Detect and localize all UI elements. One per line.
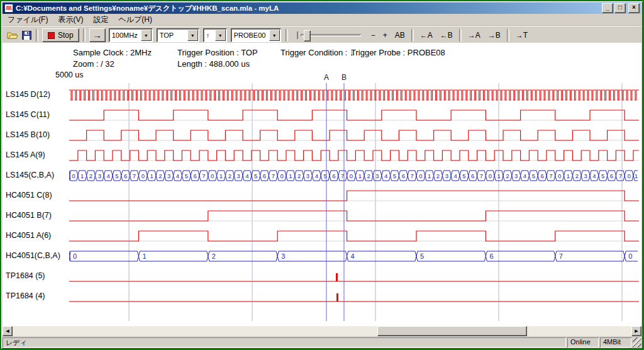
bus-value: 3 xyxy=(98,172,101,179)
bus-value: 6 xyxy=(489,252,493,260)
menu-bar: ファイル(F) 表示(V) 設定 ヘルプ(H) xyxy=(3,14,641,26)
channel-label: LS145 A(9) xyxy=(6,150,45,159)
bus-value: 7 xyxy=(272,172,275,179)
trigger-probe-info: Trigger Probe : PROBE08 xyxy=(351,48,445,57)
cursor-a-label[interactable]: A xyxy=(324,73,329,82)
channel-label: LS145(C,B,A) xyxy=(6,171,54,179)
bus-value: 3 xyxy=(281,252,285,260)
trigger-edge-select[interactable]: ↑ ▼ xyxy=(203,28,227,42)
sample-clock-info: Sample Clock : 2MHz xyxy=(73,48,152,57)
bus-value: 4 xyxy=(351,252,355,260)
goto-b-right-button[interactable]: →B xyxy=(485,30,504,40)
bus-value: 5 xyxy=(185,172,188,179)
toolbar-separator xyxy=(36,29,38,42)
bus-value: 7 xyxy=(410,172,413,179)
bus-value: 0 xyxy=(72,172,75,179)
trigger-position-select[interactable]: TOP ▼ xyxy=(157,28,199,42)
bus-value: 5 xyxy=(115,172,118,179)
length-info: Length : 488.000 us xyxy=(177,59,250,69)
sample-clock-select[interactable]: 100MHz ▼ xyxy=(109,28,153,42)
trigger-position-info: Trigger Position : TOP xyxy=(177,48,258,57)
close-button[interactable]: × xyxy=(628,3,640,13)
pulse-mark xyxy=(336,293,338,302)
status-memory: 4MBit xyxy=(600,337,631,347)
menu-settings[interactable]: 設定 xyxy=(88,14,113,26)
waveform-trace xyxy=(69,130,639,140)
waveform-trace xyxy=(69,110,639,120)
zoom-slider[interactable] xyxy=(301,34,361,37)
bus-value: 7 xyxy=(549,172,552,179)
bus-value: 0 xyxy=(558,172,561,179)
chevron-down-icon[interactable]: ▼ xyxy=(141,30,152,41)
waveform-trace xyxy=(69,191,639,201)
channel-label: LS145 C(11) xyxy=(6,110,50,119)
channel-label: HC4051 C(8) xyxy=(6,191,52,200)
toolbar-separator xyxy=(459,29,462,42)
bus-value: 3 xyxy=(375,172,379,179)
ab-cursor-button[interactable]: AB xyxy=(392,30,408,40)
zoom-in-button[interactable]: + xyxy=(380,30,391,40)
chevron-down-icon[interactable]: ▼ xyxy=(187,30,198,41)
bus-value: 1 xyxy=(142,252,146,260)
app-window: C:¥Documents and Settings¥noname¥デスクトップ¥… xyxy=(1,1,643,349)
scroll-right-button[interactable]: ▶ xyxy=(631,326,641,336)
bus-value: 6 xyxy=(471,172,474,179)
menu-view[interactable]: 表示(V) xyxy=(53,14,88,26)
bus-value: 3 xyxy=(514,172,518,179)
cursor-b-label[interactable]: B xyxy=(341,73,347,82)
goto-a-left-button[interactable]: ←A xyxy=(417,30,436,40)
bus-value: 0 xyxy=(419,172,422,179)
bus-value: 0 xyxy=(627,172,630,179)
scrollbar-thumb[interactable] xyxy=(377,326,527,336)
horizontal-scrollbar[interactable]: ◀ ▶ xyxy=(3,326,641,336)
bus-value: 2 xyxy=(575,172,579,179)
title-bar[interactable]: C:¥Documents and Settings¥noname¥デスクトップ¥… xyxy=(3,3,641,14)
bus-value: 6 xyxy=(402,172,405,179)
zoom-slider-thumb[interactable] xyxy=(304,30,311,42)
bus-value: 6 xyxy=(332,172,335,179)
bus-value: 0 xyxy=(142,172,145,179)
minimize-button[interactable]: _ xyxy=(602,3,613,13)
waveform-trace xyxy=(69,231,639,241)
goto-a-right-button[interactable]: →A xyxy=(465,30,484,40)
resize-grip[interactable] xyxy=(633,337,641,347)
pulse-mark xyxy=(336,273,338,281)
menu-help[interactable]: ヘルプ(H) xyxy=(113,14,157,26)
channel-label-column: LS145 D(12)LS145 C(11)LS145 B(10)LS145 A… xyxy=(3,43,69,336)
bus-value: 2 xyxy=(297,172,301,179)
waveform-plot[interactable]: 0123456701234567012345670123456701234567… xyxy=(69,83,640,324)
bus-value: 6 xyxy=(263,172,266,179)
save-button[interactable] xyxy=(20,28,33,43)
bus-value: 2 xyxy=(506,172,509,179)
zoom-out-button[interactable]: − xyxy=(368,30,379,40)
bus-value: 3 xyxy=(236,172,240,179)
channel-label: LS145 B(10) xyxy=(6,130,50,139)
open-button[interactable] xyxy=(5,28,20,43)
waveform-trace xyxy=(69,90,639,100)
bus-value: 3 xyxy=(584,172,587,179)
bus-value: 6 xyxy=(193,172,196,179)
channel-label: LS145 D(12) xyxy=(6,90,50,99)
stop-button[interactable]: Stop xyxy=(42,28,79,42)
bus-value: 7 xyxy=(133,172,136,179)
chevron-down-icon[interactable]: ▼ xyxy=(215,30,226,41)
bus-value: 0 xyxy=(628,252,632,260)
channel-label: HC4051 A(6) xyxy=(6,231,51,240)
bus-value: 1 xyxy=(219,172,223,179)
run-button[interactable]: → xyxy=(89,28,106,42)
goto-b-left-button[interactable]: ←B xyxy=(437,30,456,40)
channel-label: HC4051(C,B,A) xyxy=(6,251,60,260)
toolbar-separator xyxy=(411,29,414,42)
goto-trigger-button[interactable]: →T xyxy=(513,30,531,40)
bus-value: 7 xyxy=(619,172,622,179)
zoom-info: Zoom : / 32 xyxy=(73,59,114,69)
chevron-down-icon[interactable]: ▼ xyxy=(269,30,280,41)
channel-label: HC4051 B(7) xyxy=(6,211,52,220)
menu-file[interactable]: ファイル(F) xyxy=(3,14,53,26)
maximize-button[interactable]: □ xyxy=(614,3,626,13)
scroll-left-button[interactable]: ◀ xyxy=(3,326,13,336)
bus-value: 4 xyxy=(315,172,318,179)
trigger-probe-select[interactable]: PROBE00 ▼ xyxy=(231,28,281,42)
bus-value: 5 xyxy=(532,172,535,179)
bus-value: 3 xyxy=(445,172,448,179)
